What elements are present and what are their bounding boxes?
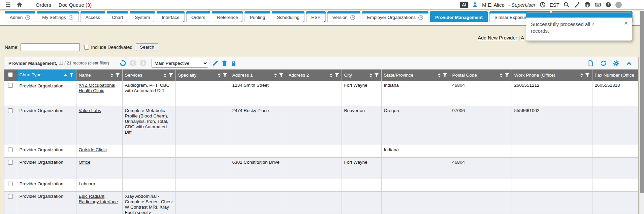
sort-icon[interactable] (500, 73, 503, 78)
hamburger-menu-icon[interactable] (5, 1, 11, 8)
open-in-new-window-icon[interactable] (68, 15, 74, 20)
column-header-fax[interactable]: Fax Number (Office (592, 70, 639, 81)
perspective-select[interactable]: Main Perspective (152, 59, 208, 68)
row-checkbox[interactable] (8, 182, 13, 186)
tab-orders[interactable]: Orders, (186, 11, 210, 22)
cell-chart_type: Provider Organization (17, 145, 76, 157)
column-header-services[interactable]: Services (122, 70, 175, 81)
column-header-name[interactable]: Name (76, 70, 122, 81)
column-header-state[interactable]: State/Province (381, 70, 450, 81)
orders-link[interactable]: Orders (36, 2, 51, 8)
clock-icon[interactable] (539, 1, 546, 8)
add-new-provider-link[interactable]: Add New Provider (478, 35, 517, 41)
search-icon[interactable] (563, 1, 570, 8)
edit-perspective-icon[interactable] (212, 60, 219, 66)
column-header-postal[interactable]: Postal Code (450, 70, 512, 81)
tab-interface[interactable]: Interface, (157, 11, 185, 22)
tab-scheduling[interactable]: Scheduling, (272, 11, 304, 22)
user-name[interactable]: MIE, Alice (482, 2, 505, 8)
globe-icon[interactable] (584, 1, 591, 8)
column-header-work_phone[interactable]: Work Phone (Office) (512, 70, 592, 81)
open-in-new-window-icon[interactable] (350, 15, 355, 20)
sort-ascending-icon[interactable] (63, 73, 67, 76)
column-header-address2[interactable]: Address 2 (286, 70, 342, 81)
lock-perspective-icon[interactable] (230, 60, 237, 66)
settings-gear-icon[interactable] (613, 60, 619, 66)
provider-name-link[interactable]: Outside Clinic (79, 147, 107, 152)
sort-icon[interactable] (163, 73, 167, 78)
filter-funnel-icon[interactable] (334, 73, 339, 78)
column-header-specialty[interactable]: Specialty (175, 70, 230, 81)
provider-name-link[interactable]: Labcorp (79, 181, 95, 186)
filter-funnel-icon[interactable] (505, 73, 509, 78)
cell-specialty (175, 191, 230, 214)
filter-funnel-icon[interactable] (585, 73, 590, 78)
tab-chart[interactable]: Chart, (107, 11, 128, 22)
collapse-icon[interactable] (626, 60, 632, 66)
sort-icon[interactable] (369, 73, 373, 78)
sort-icon[interactable] (110, 73, 114, 78)
tab-employer-organizations[interactable]: Employer Organizations (362, 11, 428, 22)
filter-funnel-icon[interactable] (279, 73, 284, 78)
clear-filter-link[interactable]: (clear filter) (88, 61, 109, 65)
provider-name-link[interactable]: Epic Radiant Radiology Interface (79, 194, 118, 204)
sort-icon[interactable] (329, 73, 333, 78)
column-header-chart_type[interactable]: Chart Type (17, 70, 76, 81)
open-in-new-window-icon[interactable] (25, 15, 30, 20)
vertical-scrollbar[interactable] (640, 10, 644, 214)
toast-close-icon[interactable]: × (624, 20, 628, 26)
search-button[interactable]: Search (136, 43, 158, 51)
filter-funnel-icon[interactable] (115, 73, 120, 78)
keyboard-icon[interactable] (594, 1, 601, 8)
column-header-address1[interactable]: Address 1 (230, 70, 286, 81)
tab-printing[interactable]: Printing, (245, 11, 270, 22)
open-in-new-window-icon[interactable] (418, 15, 423, 20)
sort-icon[interactable] (218, 73, 221, 78)
filter-funnel-icon[interactable] (168, 73, 173, 78)
table-row: Provider OrganizationLabcorp (4, 179, 639, 191)
tab-provider-management[interactable]: Provider Management (430, 11, 488, 22)
filter-funnel-icon[interactable] (69, 73, 74, 77)
home-icon[interactable] (16, 1, 23, 8)
doc-queue-link[interactable]: Doc Queue (3) (59, 2, 92, 8)
sort-icon[interactable] (580, 73, 583, 78)
provider-name-link[interactable]: Value Labs (79, 108, 101, 113)
tab-reference[interactable]: Reference, (212, 11, 243, 22)
row-checkbox[interactable] (8, 148, 13, 152)
next-icon[interactable] (139, 59, 147, 67)
help-icon[interactable]: ? (605, 1, 612, 8)
new-document-icon[interactable] (587, 60, 594, 66)
undo-icon[interactable] (119, 59, 127, 67)
row-checkbox[interactable] (8, 108, 13, 113)
column-header-city[interactable]: City (342, 70, 381, 81)
refresh-icon[interactable] (600, 60, 607, 66)
row-checkbox[interactable] (8, 83, 13, 88)
previous-icon[interactable] (129, 59, 137, 67)
filter-funnel-icon[interactable] (374, 73, 379, 78)
scrollbar-thumb[interactable] (640, 11, 644, 193)
filter-funnel-icon[interactable] (443, 73, 447, 78)
select-all-checkbox[interactable] (4, 70, 17, 81)
checkbox-icon[interactable] (8, 72, 13, 77)
name-input[interactable] (21, 43, 80, 51)
filter-funnel-icon[interactable] (223, 73, 227, 78)
avatar[interactable] (615, 2, 622, 8)
tab-system[interactable]: System, (130, 11, 155, 22)
provider-name-link[interactable]: Office (79, 160, 91, 165)
tab-access[interactable]: Access, (80, 11, 105, 22)
tab-hsp[interactable]: HSP, (306, 11, 326, 22)
delete-perspective-icon[interactable] (221, 60, 228, 66)
tab-my-settings[interactable]: My Settings (37, 11, 79, 22)
tab-version[interactable]: Version (327, 11, 360, 22)
sort-icon[interactable] (438, 73, 441, 78)
include-deactivated-checkbox[interactable] (84, 45, 89, 50)
tab-admin[interactable]: Admin (5, 11, 35, 22)
sort-icon[interactable] (274, 73, 277, 78)
wand-icon[interactable] (574, 1, 580, 8)
partial-link-left[interactable]: A (521, 35, 524, 41)
cell-services (122, 145, 175, 157)
provider-name-link[interactable]: XYZ Occupational Health Clinic (79, 83, 116, 93)
row-checkbox[interactable] (8, 160, 13, 165)
ai-badge[interactable]: AI (460, 2, 468, 8)
row-checkbox[interactable] (8, 194, 13, 199)
